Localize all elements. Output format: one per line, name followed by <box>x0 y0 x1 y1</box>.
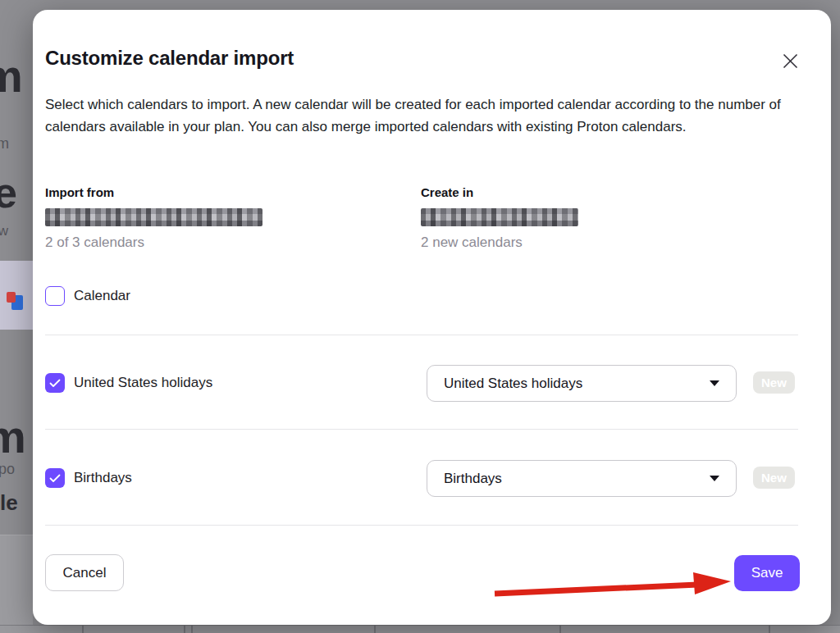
select-value: Birthdays <box>444 471 502 487</box>
calendar-checkbox[interactable] <box>45 286 65 306</box>
background-panel <box>0 535 33 625</box>
import-from-summary: 2 of 3 calendars <box>45 235 421 251</box>
import-from-email-redacted <box>45 208 262 226</box>
row-divider <box>45 429 798 430</box>
united-states-holidays-checkbox[interactable] <box>45 373 65 393</box>
chevron-down-icon <box>710 380 719 386</box>
background-page-fragment: e <box>0 168 17 217</box>
new-badge: New <box>753 371 795 394</box>
background-table-strip <box>0 625 840 633</box>
close-icon <box>783 53 798 69</box>
background-page-fragment: om <box>0 135 9 153</box>
background-page-fragment: le <box>0 490 18 516</box>
cancel-button[interactable]: Cancel <box>45 554 124 591</box>
background-page-fragment: po <box>0 461 15 478</box>
background-app-icon <box>7 292 23 312</box>
row-divider <box>45 335 798 335</box>
import-summary-columns: Import from 2 of 3 calendars Create in 2… <box>45 185 818 251</box>
birthdays-checkbox[interactable] <box>45 468 65 488</box>
birthdays-row-label: Birthdays <box>74 468 132 488</box>
create-in-column: Create in 2 new calendars <box>421 185 818 251</box>
background-page-fragment: m <box>0 410 26 463</box>
check-icon <box>49 379 61 388</box>
create-in-email-redacted <box>421 208 578 226</box>
dialog-title: Customize calendar import <box>45 47 294 70</box>
import-from-label: Import from <box>45 185 421 200</box>
check-icon <box>49 474 61 483</box>
birthdays-target-select[interactable]: Birthdays <box>427 460 737 497</box>
import-from-column: Import from 2 of 3 calendars <box>45 185 421 251</box>
chevron-down-icon <box>710 476 719 481</box>
background-list-row <box>0 261 33 330</box>
select-value: United States holidays <box>444 376 582 392</box>
create-in-label: Create in <box>421 185 818 200</box>
united-states-holidays-row-label: United States holidays <box>74 373 212 393</box>
calendar-row-label: Calendar <box>74 286 130 306</box>
close-button[interactable] <box>775 46 805 75</box>
annotation-arrow <box>488 567 742 604</box>
background-page-fragment: rw <box>0 223 8 239</box>
new-badge: New <box>753 467 795 489</box>
united-states-holidays-target-select[interactable]: United States holidays <box>427 365 737 402</box>
dialog-description: Select which calendars to import. A new … <box>45 93 793 138</box>
customize-calendar-import-dialog: Customize calendar import Select which c… <box>33 10 831 625</box>
create-in-summary: 2 new calendars <box>421 235 818 251</box>
background-page-fragment: m <box>0 49 23 102</box>
save-button[interactable]: Save <box>734 555 800 591</box>
footer-divider <box>45 525 798 526</box>
